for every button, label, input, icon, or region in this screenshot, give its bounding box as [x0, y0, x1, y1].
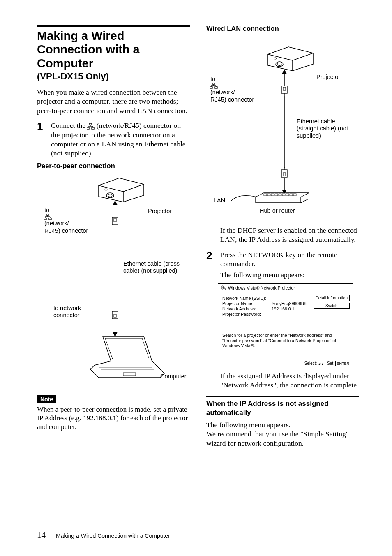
menu-footer: Select: ◂▪▸ Set: ENTER: [218, 360, 353, 367]
menu-row-addr-label: Network Address:: [222, 306, 272, 311]
menu-body: Network Name (SSID): Projector Name:Sony…: [218, 292, 353, 331]
network-icon: [44, 214, 52, 220]
network-icon: [87, 123, 95, 130]
fig1-cable-label: Ethernet cable (cross cable) (not suppli…: [123, 260, 185, 275]
menu-switch-button[interactable]: Switch: [314, 303, 350, 309]
step-2: 2 Press the NETWORK key on the remote co…: [206, 250, 359, 279]
step-number: 2: [206, 250, 220, 279]
ip-not-assigned-text: The following menu appears. We recommend…: [206, 420, 359, 448]
step2-a: Press the NETWORK key on the remote comm…: [220, 250, 359, 269]
fig1-to: to: [44, 207, 49, 213]
fig1-projector-label: Projector: [148, 208, 172, 215]
p2p-heading: Peer-to-peer connection: [37, 162, 190, 170]
fig1-to-conn-label: to network connector: [53, 305, 90, 319]
svg-rect-35: [225, 289, 226, 290]
figure-wired-lan: to (network/ RJ45) connector Projector E…: [206, 45, 359, 226]
menu-foot-select: Select:: [304, 361, 317, 366]
heading-rule: [37, 25, 190, 27]
menu-instruction: Search for a projector or enter the "Net…: [218, 331, 353, 360]
fig2-projector-label: Projector: [316, 74, 340, 81]
menu-row-addr-value: 192.168.0.1: [272, 306, 294, 311]
footer-title: Making a Wired Connection with a Compute…: [56, 533, 170, 539]
wired-lan-heading: Wired LAN connection: [206, 25, 359, 32]
fig2-to-network-label: to (network/ RJ45) connector: [210, 76, 254, 103]
menu-title-text: Windows Vista® Network Projector: [228, 285, 295, 290]
page-subtitle: (VPL-DX15 Only): [37, 71, 190, 82]
menu-detail-button[interactable]: Detail Information: [314, 295, 350, 301]
left-column: Making a Wired Connection with a Compute…: [37, 25, 190, 454]
globe-network-icon: [221, 285, 226, 290]
arrow-keys-icon: ◂▪▸: [318, 361, 324, 366]
fig2-to: to: [210, 76, 215, 82]
page-footer: 14 Making a Wired Connection with a Comp…: [37, 530, 170, 540]
dhcp-text: If the DHCP server is enabled on the con…: [220, 226, 359, 244]
after-menu-text: If the assigned IP Address is displayed …: [220, 371, 359, 390]
fig1-to-network-label: to (network/ RJ45) connector: [44, 207, 88, 234]
figure-peer-to-peer: to (network/ RJ45) connector Projector E…: [37, 174, 190, 388]
page-heading: Making a Wired Connection with a Compute…: [37, 29, 190, 70]
menu-foot-set: Set:: [327, 361, 334, 366]
intro-paragraph: When you make a wired connection between…: [37, 88, 190, 115]
note-text: When a peer-to-peer connection is made, …: [37, 405, 190, 431]
section-rule: [206, 396, 359, 397]
menu-row-name-value: SonyProj99808B8: [272, 301, 307, 306]
fig2-to2: (network/ RJ45) connector: [210, 89, 254, 102]
ip-not-assigned-heading: When the IP Address is not assigned auto…: [206, 399, 359, 417]
menu-row-name-label: Projector Name:: [222, 301, 272, 306]
step-1: 1 Connect the (network/RJ45) connector o…: [37, 121, 190, 158]
fig2-hub-label: Hub or router: [260, 207, 295, 214]
fig1-to2: (network/ RJ45) connector: [44, 220, 88, 234]
menu-title-bar: Windows Vista® Network Projector: [218, 284, 353, 292]
step-number: 1: [37, 121, 51, 158]
fig2-cable-label: Ethernet cable (straight cable) (not sup…: [297, 118, 350, 139]
fig2-lan-label: LAN: [214, 197, 225, 204]
network-icon: [210, 83, 218, 89]
menu-row-pass-label: Projector Password:: [222, 312, 272, 317]
step2-b: The following menu appears:: [220, 270, 359, 279]
step-1-text: Connect the (network/RJ45) connector on …: [51, 121, 190, 158]
right-column: Wired LAN connection to (network/ RJ45) …: [206, 25, 359, 454]
fig1-computer-label: Computer: [160, 373, 187, 380]
step-2-text: Press the NETWORK key on the remote comm…: [220, 250, 359, 279]
menu-row-ssid-label: Network Name (SSID):: [222, 296, 272, 301]
enter-key-icon: ENTER: [335, 361, 350, 366]
note-label: Note: [37, 395, 56, 403]
step1-pre: Connect the: [51, 121, 87, 130]
footer-separator: [51, 532, 51, 539]
page-number: 14: [37, 530, 46, 540]
network-menu: Windows Vista® Network Projector Network…: [218, 283, 353, 367]
